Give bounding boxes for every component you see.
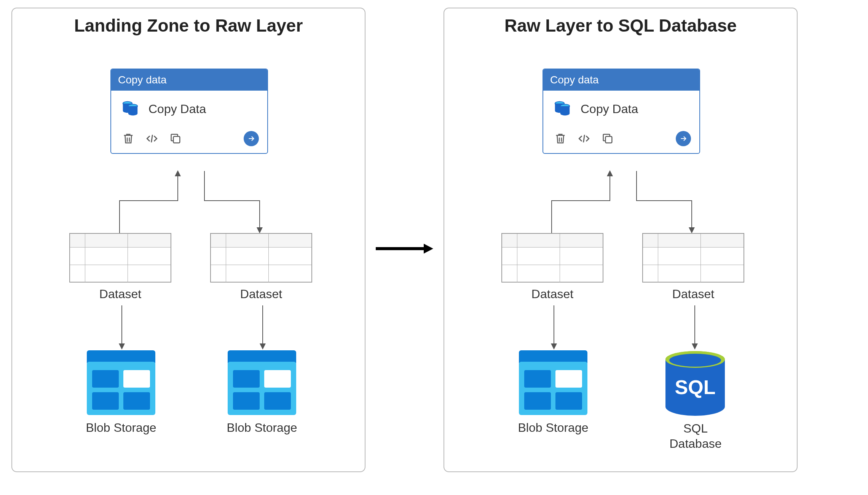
svg-rect-22 xyxy=(605,136,612,143)
arrow-right-circle-icon[interactable] xyxy=(676,131,691,146)
dataset-source-label: Dataset xyxy=(69,287,171,301)
trash-icon[interactable] xyxy=(554,132,567,145)
card-body-label: Copy Data xyxy=(581,102,638,116)
svg-rect-13 xyxy=(233,370,260,388)
card-body: Copy Data xyxy=(543,91,699,127)
svg-rect-27 xyxy=(524,392,551,410)
store-source-label: Blob Storage xyxy=(504,421,603,435)
trash-icon[interactable] xyxy=(122,132,135,145)
svg-rect-15 xyxy=(233,392,260,410)
card-toolbar xyxy=(543,127,699,153)
dataset-sink xyxy=(642,233,744,283)
panel-landing-to-raw: Landing Zone to Raw Layer Copy data Copy… xyxy=(11,8,365,472)
panel-title: Raw Layer to SQL Database xyxy=(444,15,797,36)
flow-arrow-icon xyxy=(375,243,434,254)
copy-data-activity-card[interactable]: Copy data Copy Data xyxy=(110,69,268,154)
card-body-label: Copy Data xyxy=(148,102,206,116)
svg-rect-4 xyxy=(173,136,180,143)
panel-title: Landing Zone to Raw Layer xyxy=(12,15,365,36)
clone-icon[interactable] xyxy=(601,132,614,145)
svg-rect-25 xyxy=(524,370,551,388)
azure-sql-database-icon: SQL xyxy=(663,350,728,419)
panel-raw-to-sql: Raw Layer to SQL Database Copy data Copy… xyxy=(444,8,798,472)
azure-blob-storage-icon xyxy=(87,350,155,415)
azure-blob-storage-icon xyxy=(519,350,587,415)
connector-source xyxy=(119,170,263,235)
store-sink-label: SQLDatabase xyxy=(646,421,745,451)
card-body: Copy Data xyxy=(111,91,267,127)
dataset-sink xyxy=(210,233,312,283)
clone-icon[interactable] xyxy=(169,132,182,145)
database-copy-icon xyxy=(120,97,141,120)
store-sink-label: Blob Storage xyxy=(212,421,311,435)
svg-rect-28 xyxy=(555,392,582,410)
dataset-sink-label: Dataset xyxy=(210,287,312,301)
svg-rect-16 xyxy=(264,392,291,410)
svg-point-31 xyxy=(669,354,721,367)
svg-text:SQL: SQL xyxy=(675,376,716,398)
card-header: Copy data xyxy=(543,69,699,91)
dataset-source xyxy=(69,233,171,283)
svg-rect-26 xyxy=(555,370,582,388)
code-icon[interactable] xyxy=(145,132,158,145)
connector-ds-blob xyxy=(550,305,558,350)
dataset-source-label: Dataset xyxy=(501,287,603,301)
connector-ds-sql xyxy=(691,305,699,350)
svg-rect-9 xyxy=(92,392,119,410)
card-toolbar xyxy=(111,127,267,153)
database-copy-icon xyxy=(552,97,573,120)
card-header: Copy data xyxy=(111,69,267,91)
copy-data-activity-card[interactable]: Copy data Copy Data xyxy=(542,69,700,154)
svg-rect-10 xyxy=(123,392,150,410)
svg-rect-14 xyxy=(264,370,291,388)
connector-ds-blob-b xyxy=(259,305,266,350)
connector-ds-blob-a xyxy=(118,305,126,350)
connector-source xyxy=(551,170,696,235)
dataset-source xyxy=(501,233,603,283)
azure-blob-storage-icon xyxy=(228,350,296,415)
store-source-label: Blob Storage xyxy=(72,421,171,435)
svg-rect-7 xyxy=(92,370,119,388)
arrow-right-circle-icon[interactable] xyxy=(244,131,259,146)
svg-rect-8 xyxy=(123,370,150,388)
code-icon[interactable] xyxy=(578,132,590,145)
dataset-sink-label: Dataset xyxy=(642,287,744,301)
